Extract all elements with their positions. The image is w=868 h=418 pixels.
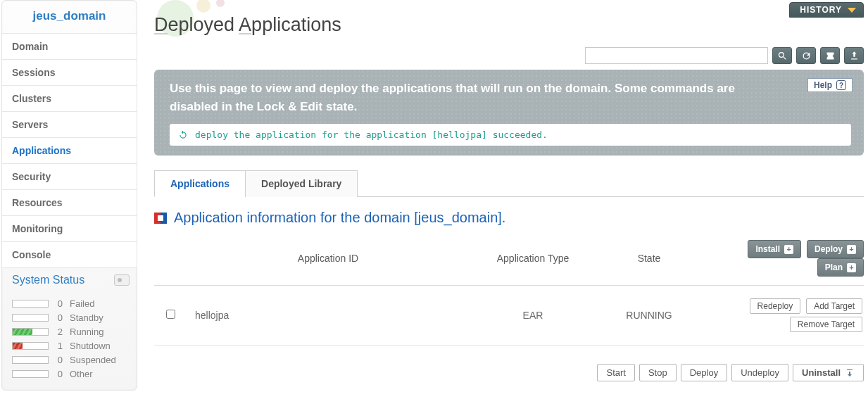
sidebar-item-servers[interactable]: Servers — [2, 111, 137, 137]
cell-app-type: EAR — [470, 286, 596, 346]
stop-button[interactable]: Stop — [639, 364, 677, 381]
sidebar-item-clusters[interactable]: Clusters — [2, 85, 137, 111]
help-button[interactable]: Help? — [807, 78, 853, 92]
status-failed: 0Failed — [12, 298, 127, 309]
refresh-icon — [801, 51, 812, 61]
flag-icon — [154, 213, 167, 224]
application-table: Application ID Application Type State In… — [154, 234, 864, 346]
domain-name[interactable]: jeus_domain — [2, 1, 137, 33]
search-input[interactable] — [585, 47, 768, 64]
xml-icon — [825, 51, 836, 61]
status-toggle-icon[interactable] — [114, 274, 130, 286]
status-standby: 0Standby — [12, 312, 127, 323]
install-button[interactable]: Install+ — [748, 240, 801, 258]
xml-button[interactable] — [820, 47, 840, 64]
status-running: 2Running — [12, 327, 127, 337]
footer-actions: Start Stop Deploy Undeploy Uninstall — [154, 364, 864, 381]
col-application-type: Application Type — [470, 234, 596, 286]
search-button[interactable] — [772, 47, 792, 64]
sidebar: jeus_domain Domain Sessions Clusters Ser… — [0, 0, 139, 418]
system-status-title: System Status — [12, 274, 84, 286]
tab-deployed-library[interactable]: Deployed Library — [245, 170, 358, 197]
deploy-footer-button[interactable]: Deploy — [681, 364, 727, 381]
refresh-button[interactable] — [796, 47, 816, 64]
tab-strip: Applications Deployed Library — [154, 170, 864, 197]
sidebar-item-security[interactable]: Security — [2, 163, 137, 189]
search-icon — [777, 51, 788, 61]
section-title: Application information for the domain [… — [154, 210, 864, 226]
sidebar-item-domain[interactable]: Domain — [2, 33, 137, 59]
export-icon — [849, 51, 860, 61]
start-button[interactable]: Start — [597, 364, 634, 381]
sidebar-item-sessions[interactable]: Sessions — [2, 59, 137, 85]
export-button[interactable] — [844, 47, 864, 64]
plus-icon: + — [784, 245, 793, 254]
status-suspended: 0Suspended — [12, 355, 127, 365]
status-other: 0Other — [12, 369, 127, 379]
main-content: HISTORY Deployed Applications Help? Use … — [139, 0, 868, 418]
uninstall-icon — [845, 369, 855, 377]
table-row: hellojpa EAR RUNNING Redeploy Add Target… — [154, 286, 864, 346]
row-checkbox[interactable] — [166, 310, 175, 319]
redeploy-button[interactable]: Redeploy — [750, 298, 801, 314]
cell-app-id: hellojpa — [187, 286, 470, 346]
cell-state: RUNNING — [596, 286, 702, 346]
plus-icon: + — [847, 263, 856, 272]
add-target-button[interactable]: Add Target — [806, 298, 862, 314]
plus-icon: + — [847, 245, 856, 254]
remove-target-button[interactable]: Remove Target — [790, 317, 862, 332]
success-message: deploy the application for the applicati… — [170, 124, 851, 146]
plan-button[interactable]: Plan+ — [817, 258, 864, 277]
page-title: Deployed Applications — [154, 0, 864, 47]
col-state: State — [596, 234, 702, 286]
success-icon — [178, 130, 188, 140]
status-list: 0Failed 0Standby 2Running 1Shutdown 0Sus… — [2, 291, 137, 386]
sidebar-item-monitoring[interactable]: Monitoring — [2, 215, 137, 241]
top-toolbar — [154, 47, 864, 64]
info-banner: Help? Use this page to view and deploy t… — [154, 70, 864, 156]
sidebar-item-console[interactable]: Console — [2, 241, 137, 267]
undeploy-button[interactable]: Undeploy — [731, 364, 788, 381]
banner-text: Use this page to view and deploy the app… — [170, 80, 782, 115]
tab-applications[interactable]: Applications — [154, 170, 246, 197]
sidebar-item-applications[interactable]: Applications — [2, 137, 137, 163]
sidebar-item-resources[interactable]: Resources — [2, 189, 137, 215]
status-shutdown: 1Shutdown — [12, 341, 127, 351]
deploy-button[interactable]: Deploy+ — [807, 240, 864, 258]
uninstall-button[interactable]: Uninstall — [793, 364, 864, 381]
col-application-id: Application ID — [187, 234, 470, 286]
help-question-icon: ? — [836, 80, 846, 90]
